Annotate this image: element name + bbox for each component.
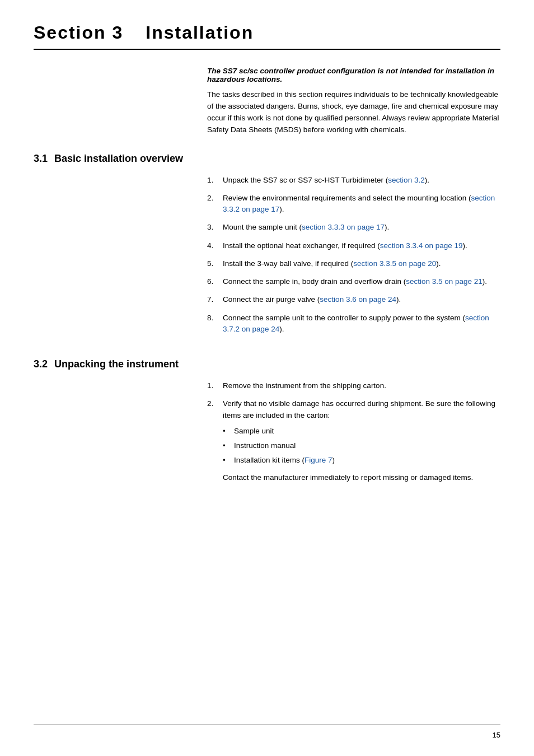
bullet-dot: • <box>223 440 234 451</box>
bullet-text: Instruction manual <box>234 440 500 451</box>
link-section-3-6[interactable]: section 3.6 on page 24 <box>320 295 396 304</box>
link-section-3-3-5[interactable]: section 3.3.5 on page 20 <box>353 259 436 268</box>
bullet-text: Sample unit <box>234 426 500 437</box>
list-item: 2. Review the environmental requirements… <box>207 193 500 216</box>
list-text: Verify that no visible damage has occurr… <box>223 398 500 483</box>
list-text: Install the 3-way ball valve, if require… <box>223 258 500 269</box>
section-label: Section 3 Installation <box>34 22 500 43</box>
list-number: 5. <box>207 258 223 269</box>
list-text: Connect the sample in, body drain and ov… <box>223 276 500 287</box>
list-item: 8. Connect the sample unit to the contro… <box>207 312 500 335</box>
link-section-3-3-3[interactable]: section 3.3.3 on page 17 <box>302 223 385 231</box>
bullet-dot: • <box>223 455 234 466</box>
section-3-2-title: Unpacking the instrument <box>54 358 179 370</box>
page-footer-line <box>34 725 500 725</box>
link-section-3-3-2[interactable]: section 3.3.2 on page 17 <box>223 194 495 213</box>
page-header: Section 3 Installation <box>34 22 500 50</box>
bullet-text: Installation kit items (Figure 7) <box>234 455 500 466</box>
list-number: 8. <box>207 312 223 335</box>
list-number: 3. <box>207 222 223 233</box>
list-number: 6. <box>207 276 223 287</box>
section-3-2-list: 1. Remove the instrument from the shippi… <box>207 380 500 483</box>
section-3-2-heading: 3.2Unpacking the instrument <box>34 358 500 370</box>
section-3-1-number: 3.1 <box>34 153 48 164</box>
section-3-2-list-container: 1. Remove the instrument from the shippi… <box>207 380 500 490</box>
warning-italic-text: The SS7 sc/sc controller product configu… <box>207 67 500 83</box>
section-3-2-content: 1. Remove the instrument from the shippi… <box>34 380 500 490</box>
list-item: 1. Unpack the SS7 sc or SS7 sc-HST Turbi… <box>207 175 500 186</box>
section-3-1-list-container: 1. Unpack the SS7 sc or SS7 sc-HST Turbi… <box>207 175 500 342</box>
page-container: Section 3 Installation The SS7 sc/sc con… <box>0 0 534 756</box>
bullet-list: • Sample unit • Instruction manual • Ins… <box>223 426 500 466</box>
warning-block: The SS7 sc/sc controller product configu… <box>207 67 500 136</box>
page-number: 15 <box>493 731 500 739</box>
link-section-3-2[interactable]: section 3.2 <box>388 176 424 184</box>
section-3-2: 3.2Unpacking the instrument 1. Remove th… <box>34 358 500 490</box>
list-number: 1. <box>207 175 223 186</box>
link-section-3-3-4[interactable]: section 3.3.4 on page 19 <box>380 241 463 250</box>
bullet-dot: • <box>223 426 234 437</box>
list-number: 2. <box>207 193 223 216</box>
list-text: Remove the instrument from the shipping … <box>223 380 500 391</box>
section-number: Section 3 <box>34 22 123 43</box>
list-number: 4. <box>207 240 223 251</box>
list-text: Unpack the SS7 sc or SS7 sc-HST Turbidim… <box>223 175 500 186</box>
list-number: 7. <box>207 294 223 305</box>
left-spacer-3-2 <box>34 380 207 490</box>
list-item: 5. Install the 3-way ball valve, if requ… <box>207 258 500 269</box>
list-item: 2. Verify that no visible damage has occ… <box>207 398 500 483</box>
section-3-2-number: 3.2 <box>34 358 48 370</box>
list-item: 4. Install the optional heat exchanger, … <box>207 240 500 251</box>
list-text: Mount the sample unit (section 3.3.3 on … <box>223 222 500 233</box>
list-item: 3. Mount the sample unit (section 3.3.3 … <box>207 222 500 233</box>
warning-body-text: The tasks described in this section requ… <box>207 89 500 136</box>
bullet-item: • Installation kit items (Figure 7) <box>223 455 500 466</box>
list-text: Review the environmental requirements an… <box>223 193 500 216</box>
left-spacer-3-1 <box>34 175 207 342</box>
list-item: 7. Connect the air purge valve (section … <box>207 294 500 305</box>
list-text: Install the optional heat exchanger, if … <box>223 240 500 251</box>
list-item: 1. Remove the instrument from the shippi… <box>207 380 500 391</box>
section-3-1-title: Basic installation overview <box>54 153 183 164</box>
list-number: 2. <box>207 398 223 483</box>
list-item: 6. Connect the sample in, body drain and… <box>207 276 500 287</box>
bullet-item: • Instruction manual <box>223 440 500 451</box>
bullet-item: • Sample unit <box>223 426 500 437</box>
section-3-1-heading: 3.1Basic installation overview <box>34 153 500 165</box>
list-text: Connect the air purge valve (section 3.6… <box>223 294 500 305</box>
list-text: Connect the sample unit to the controlle… <box>223 312 500 335</box>
section-3-1-content: 1. Unpack the SS7 sc or SS7 sc-HST Turbi… <box>34 175 500 342</box>
link-section-3-7-2[interactable]: section 3.7.2 on page 24 <box>223 314 489 333</box>
section-title: Installation <box>146 22 254 43</box>
list-number: 1. <box>207 380 223 391</box>
section-3-1: 3.1Basic installation overview 1. Unpack… <box>34 153 500 342</box>
link-figure-7[interactable]: Figure 7 <box>305 456 332 464</box>
link-section-3-5[interactable]: section 3.5 on page 21 <box>406 277 483 286</box>
section-3-1-list: 1. Unpack the SS7 sc or SS7 sc-HST Turbi… <box>207 175 500 335</box>
